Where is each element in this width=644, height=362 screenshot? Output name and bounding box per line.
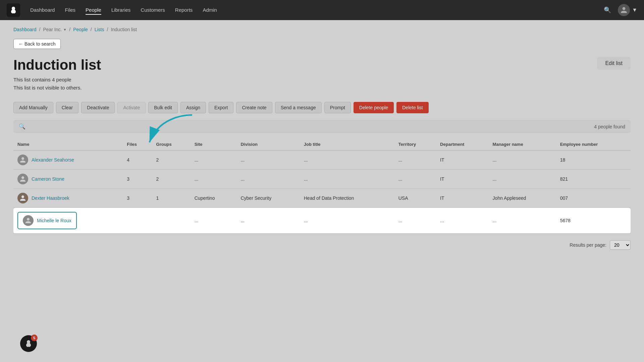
person-name-link[interactable]: Alexander Seahorse — [32, 157, 74, 163]
notification-button[interactable]: 5 — [20, 335, 37, 352]
clear-button[interactable]: Clear — [56, 102, 78, 113]
search-results-count: 4 people found — [594, 124, 625, 129]
logo-icon — [9, 6, 17, 14]
col-name: Name — [13, 138, 123, 150]
assign-button[interactable]: Assign — [180, 102, 206, 113]
page-title-section: Induction list This list contains 4 peop… — [13, 57, 101, 92]
default-avatar-icon — [19, 157, 26, 163]
cell-groups: 2 — [152, 150, 191, 170]
table-row: Alexander Seahorse 4 2 ... ... ... ... I… — [13, 150, 631, 170]
cell-department: ... — [436, 208, 489, 234]
nav-reports[interactable]: Reports — [175, 6, 193, 15]
cell-territory: ... — [394, 150, 436, 170]
back-to-search-button[interactable]: ← Back to search — [13, 39, 61, 49]
person-avatar — [23, 215, 34, 226]
nav-dashboard[interactable]: Dashboard — [30, 6, 55, 15]
nav-files[interactable]: Files — [65, 6, 75, 15]
results-per-page-select[interactable]: 20 10 50 100 — [610, 240, 631, 250]
user-icon — [620, 6, 628, 14]
cell-name: Dexter Haasbroek — [13, 189, 123, 208]
page-subtitle: This list contains 4 people This list is… — [13, 76, 101, 92]
cell-files: 3 — [123, 170, 152, 189]
cell-manager: ... — [489, 170, 556, 189]
notification-count: 5 — [31, 335, 38, 341]
create-note-button[interactable]: Create note — [236, 102, 272, 113]
search-icon: 🔍 — [19, 123, 25, 130]
nav-customers[interactable]: Customers — [141, 6, 165, 15]
photo-avatar-icon — [19, 195, 26, 201]
breadcrumb-people[interactable]: People — [73, 27, 88, 32]
subtitle-line2: This list is not visible to others. — [13, 84, 101, 92]
col-territory: Territory — [394, 138, 436, 150]
notification-icon — [24, 340, 33, 348]
cell-site: ... — [191, 150, 237, 170]
subtitle-line1: This list contains 4 people — [13, 76, 101, 84]
col-site: Site — [191, 138, 237, 150]
nav-admin[interactable]: Admin — [203, 6, 217, 15]
nav-links: Dashboard Files People Libraries Custome… — [30, 6, 604, 15]
results-per-page-label: Results per page: — [570, 242, 606, 248]
cell-job-title: ... — [300, 208, 394, 234]
cell-division: ... — [236, 150, 300, 170]
notification-badge-container: 5 — [20, 335, 37, 352]
breadcrumb: Dashboard / Pear Inc. ▼ / People / Lists… — [13, 27, 631, 32]
avatar[interactable] — [618, 4, 630, 16]
person-name-link[interactable]: Michelle le Roux — [37, 218, 71, 223]
cell-files: 3 — [123, 189, 152, 208]
cell-job-title: ... — [300, 170, 394, 189]
table-section: Name Files Groups Site Division Job titl… — [13, 138, 631, 234]
cell-groups: 1 — [152, 189, 191, 208]
nav-people[interactable]: People — [86, 6, 101, 15]
results-footer: Results per page: 20 10 50 100 — [13, 240, 631, 250]
cell-emp-number: 821 — [556, 170, 631, 189]
col-department: Department — [436, 138, 489, 150]
delete-people-button[interactable]: Delete people — [354, 102, 394, 113]
search-input[interactable] — [28, 124, 196, 129]
col-job-title: Job title — [300, 138, 394, 150]
table-header-row: Name Files Groups Site Division Job titl… — [13, 138, 631, 150]
cell-emp-number: 007 — [556, 189, 631, 208]
people-table: Name Files Groups Site Division Job titl… — [13, 138, 631, 234]
send-message-button[interactable]: Send a message — [275, 102, 322, 113]
cell-division: Cyber Security — [236, 189, 300, 208]
cell-files: 4 — [123, 150, 152, 170]
export-button[interactable]: Export — [209, 102, 233, 113]
table-row: Cameron Stone 3 2 ... ... ... ... IT ...… — [13, 170, 631, 189]
deactivate-button[interactable]: Deactivate — [81, 102, 115, 113]
person-avatar — [17, 155, 28, 165]
col-manager: Manager name — [489, 138, 556, 150]
delete-list-button[interactable]: Delete list — [396, 102, 428, 113]
default-avatar-icon — [25, 217, 32, 224]
breadcrumb-org-chevron: ▼ — [63, 28, 66, 32]
app-logo[interactable] — [7, 3, 20, 17]
breadcrumb-sep1: / — [39, 27, 41, 32]
page-header: Induction list This list contains 4 peop… — [13, 57, 631, 92]
breadcrumb-org[interactable]: Pear Inc. ▼ — [43, 27, 66, 32]
cell-name: Michelle le Roux — [13, 208, 123, 234]
person-name-link[interactable]: Dexter Haasbroek — [32, 195, 69, 201]
avatar-chevron[interactable]: ▼ — [632, 7, 637, 13]
cell-site: ... — [191, 208, 237, 234]
cell-emp-number: 18 — [556, 150, 631, 170]
breadcrumb-dashboard[interactable]: Dashboard — [13, 27, 37, 32]
prompt-button[interactable]: Prompt — [324, 102, 351, 113]
cell-site: ... — [191, 170, 237, 189]
main-content: Dashboard / Pear Inc. ▼ / People / Lists… — [0, 20, 644, 362]
col-files: Files — [123, 138, 152, 150]
bulk-edit-button[interactable]: Bulk edit — [148, 102, 178, 113]
cell-manager: ... — [489, 208, 556, 234]
edit-list-button[interactable]: Edit list — [597, 57, 631, 70]
add-manually-button[interactable]: Add Manually — [13, 102, 53, 113]
cell-job-title: Head of Data Protection — [300, 189, 394, 208]
breadcrumb-lists[interactable]: Lists — [95, 27, 104, 32]
breadcrumb-sep3: / — [91, 27, 92, 32]
search-icon[interactable]: 🔍 — [604, 6, 611, 14]
nav-libraries[interactable]: Libraries — [111, 6, 131, 15]
cell-groups: 2 — [152, 170, 191, 189]
cell-division: ... — [236, 208, 300, 234]
col-groups: Groups — [152, 138, 191, 150]
person-card-selected: Michelle le Roux — [17, 212, 77, 229]
page-title: Induction list — [13, 57, 101, 73]
activate-button[interactable]: Activate — [117, 102, 146, 113]
person-name-link[interactable]: Cameron Stone — [32, 176, 64, 182]
